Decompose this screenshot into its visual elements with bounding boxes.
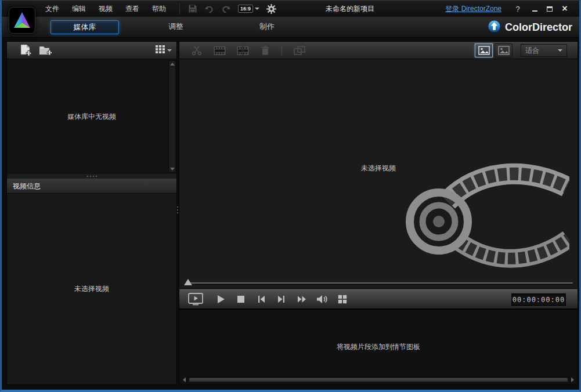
project-title: 未命名的新项目 — [326, 1, 374, 17]
clip-tools — [191, 42, 306, 59]
brand-name: ColorDirector — [505, 21, 572, 34]
maximize-button[interactable] — [542, 3, 557, 14]
video-preview-area: 未选择视频 — [179, 59, 578, 289]
trim-clip-icon[interactable] — [214, 46, 226, 56]
menu-edit[interactable]: 编辑 — [66, 1, 92, 17]
split-scissors-icon[interactable] — [191, 45, 203, 56]
storyboard-empty-text: 将视频片段添加到情节图板 — [337, 342, 420, 352]
prism-logo-icon — [12, 10, 33, 31]
chevron-down-icon — [167, 49, 172, 52]
preview-empty-text: 未选择视频 — [179, 162, 578, 173]
previous-frame-button[interactable] — [253, 292, 269, 307]
splitter-dot — [87, 176, 88, 177]
splitter-dot — [96, 176, 97, 177]
login-directorzone-link[interactable]: 登录 DirectorZone — [445, 4, 501, 14]
preview-panel: 适合 未选择视频 — [179, 41, 578, 385]
video-info-panel: 未选择视频 — [7, 194, 176, 384]
splitter-dot — [177, 206, 178, 208]
splitter-dot — [93, 176, 94, 177]
directorzone-upload-icon — [488, 20, 501, 35]
library-toolbar — [7, 42, 176, 59]
scroll-down-arrow-icon[interactable] — [170, 168, 175, 170]
volume-button[interactable] — [314, 292, 330, 307]
scroll-up-arrow-icon[interactable] — [170, 63, 175, 66]
zoom-fit-dropdown[interactable]: 适合 — [521, 44, 567, 57]
help-button[interactable]: ? — [511, 5, 525, 13]
splitter-dot — [177, 209, 178, 210]
split-clip-icon[interactable] — [237, 46, 249, 56]
delete-trash-icon[interactable] — [260, 45, 270, 56]
viewer-mode-buttons — [475, 43, 513, 57]
tab-adjustment[interactable]: 调整 — [142, 20, 210, 34]
chevron-down-icon — [255, 8, 259, 10]
media-library-list[interactable]: 媒体库中无视频 — [7, 59, 176, 174]
tab-produce[interactable]: 制作 — [233, 20, 301, 34]
app-logo — [9, 7, 35, 34]
menu-bar: 文件 编辑 视频 查看 帮助 — [39, 1, 172, 17]
import-media-file-icon[interactable] — [20, 44, 31, 56]
frame-grid-button[interactable] — [334, 292, 350, 307]
aspect-ratio-dropdown[interactable]: 16:9 — [238, 5, 259, 13]
filmstrip-decoration — [360, 161, 569, 271]
settings-gear-icon[interactable] — [266, 4, 276, 14]
splitter-dot — [90, 176, 91, 177]
toolbar-divider — [282, 45, 282, 56]
storyboard-horizontal-scrollbar[interactable] — [181, 376, 576, 383]
titlebar-right: 登录 DirectorZone ? × — [445, 1, 572, 17]
single-view-button[interactable] — [475, 43, 493, 57]
chevron-down-icon — [558, 49, 562, 52]
redo-icon[interactable] — [221, 5, 231, 13]
aspect-ratio-value: 16:9 — [238, 5, 253, 13]
library-toolbar-left — [20, 44, 52, 56]
playhead-marker[interactable] — [184, 279, 192, 285]
brand: ColorDirector — [488, 17, 572, 38]
minimize-icon — [532, 10, 537, 12]
timecode-display: 00:00:00:00 — [511, 293, 566, 306]
titlebar-tools: 16:9 — [179, 3, 276, 14]
media-library-panel: 媒体库中无视频 视频信息 未选择视频 — [6, 41, 177, 385]
close-icon: × — [562, 4, 567, 13]
play-button[interactable] — [212, 292, 228, 307]
menu-help[interactable]: 帮助 — [146, 1, 172, 17]
video-info-header: 视频信息 — [7, 179, 176, 194]
maximize-icon — [547, 6, 553, 12]
library-view-mode-dropdown[interactable] — [156, 42, 172, 59]
seek-track[interactable] — [186, 282, 573, 285]
next-frame-button[interactable] — [273, 292, 289, 307]
titlebar: 文件 编辑 视频 查看 帮助 16:9 未命名的新项目 — [2, 1, 579, 17]
menu-view[interactable]: 查看 — [119, 1, 146, 17]
close-button[interactable]: × — [557, 3, 572, 14]
compare-view-button[interactable] — [495, 43, 513, 57]
undock-preview-icon[interactable] — [293, 45, 306, 56]
colordirector-window: 文件 编辑 视频 查看 帮助 16:9 未命名的新项目 — [0, 0, 581, 392]
video-info-empty-text: 未选择视频 — [74, 284, 109, 294]
import-media-folder-icon[interactable] — [39, 45, 52, 56]
splitter-dot — [177, 212, 178, 213]
playback-controls: 00:00:00:00 — [179, 289, 578, 309]
library-info-splitter[interactable] — [7, 174, 176, 179]
preview-window-button[interactable] — [187, 292, 203, 307]
scroll-left-arrow-icon[interactable] — [181, 378, 188, 382]
seek-bar[interactable] — [184, 278, 573, 288]
fast-forward-button[interactable] — [294, 292, 309, 307]
transport-buttons — [212, 292, 350, 307]
stop-button[interactable] — [233, 292, 248, 307]
tab-bar: 媒体库 调整 制作 ColorDirector — [2, 17, 579, 38]
menu-file[interactable]: 文件 — [39, 1, 66, 17]
undo-icon[interactable] — [204, 5, 214, 13]
scrollbar-track[interactable] — [188, 377, 569, 383]
preview-toolbar: 适合 — [179, 42, 578, 59]
library-vertical-scrollbar[interactable] — [168, 60, 176, 173]
zoom-fit-label: 适合 — [525, 46, 539, 56]
minimize-button[interactable] — [527, 3, 542, 14]
grid-view-icon — [156, 45, 165, 56]
scrollbar-thumb[interactable] — [189, 378, 568, 382]
storyboard-area[interactable]: 将视频片段添加到情节图板 — [179, 309, 578, 384]
tab-media-library[interactable]: 媒体库 — [50, 20, 119, 34]
scroll-right-arrow-icon[interactable] — [569, 378, 576, 382]
save-icon[interactable] — [188, 4, 197, 13]
library-empty-text: 媒体库中无视频 — [67, 112, 116, 122]
menu-video[interactable]: 视频 — [92, 1, 119, 17]
